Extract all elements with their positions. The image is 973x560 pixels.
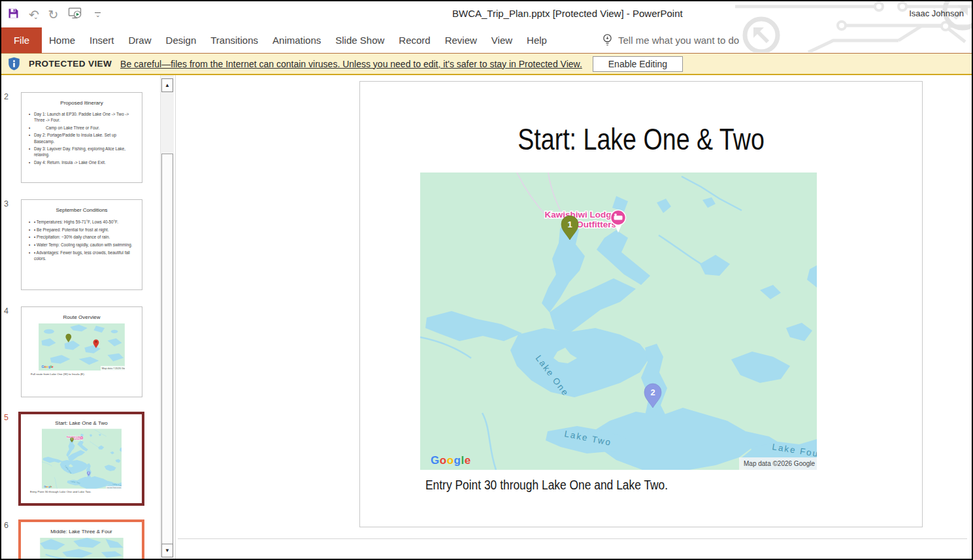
slide-thumbnail-panel: 2 Proposed Itinerary Day 1: Launch at EP… xyxy=(1,75,160,559)
tab-review[interactable]: Review xyxy=(438,27,484,53)
tab-animations[interactable]: Animations xyxy=(265,27,328,53)
slide-thumbnail-3[interactable]: September Conditions • Temperatures: Hig… xyxy=(21,199,142,290)
scroll-down-icon: ▼ xyxy=(165,548,170,553)
svg-text:2: 2 xyxy=(650,387,655,397)
thumbnail-number-2: 2 xyxy=(4,92,18,101)
slide-map-image: Lake One Lake Two Lake Four Kawishiwi Lo… xyxy=(420,173,817,470)
account-name[interactable]: Isaac Johnson xyxy=(909,8,964,18)
thumbnail-title: Route Overview xyxy=(22,314,142,320)
thumbnail-bullet: • Water Temp: Cooling rapidly, caution w… xyxy=(29,242,135,248)
thumbnail-number-3: 3 xyxy=(4,199,18,208)
slideshow-icon xyxy=(68,7,82,20)
enable-editing-button[interactable]: Enable Editing xyxy=(593,56,683,72)
route-overview-map: Google Map data ©2026 Google xyxy=(39,323,125,371)
quick-access-toolbar: ↶ ⌄ ↻ ⌄ xyxy=(8,5,101,24)
save-icon xyxy=(8,8,19,19)
map-attribution: Map data ©2026 Google xyxy=(102,367,125,370)
scroll-up-icon: ▲ xyxy=(165,82,170,88)
thumbnail-caption: Full route from Lake One (W) to Insula (… xyxy=(31,372,142,376)
scroll-up-button[interactable]: ▲ xyxy=(161,78,173,92)
svg-text:Kawishiwi Lodge: Kawishiwi Lodge xyxy=(544,210,616,220)
thumbnail-bullet: • Advantages: Fewer bugs, less crowds, b… xyxy=(29,250,135,261)
svg-text:1: 1 xyxy=(567,220,572,229)
window-title: BWCA_Trip_Plan.pptx [Protected View] - P… xyxy=(452,8,683,19)
thumbnail-map xyxy=(42,429,122,489)
title-bar: ↶ ⌄ ↻ ⌄ BWCA_Trip_Plan.pptx [Protected V… xyxy=(1,1,972,27)
redo-button[interactable]: ↻ xyxy=(48,8,58,21)
main-content: 2 Proposed Itinerary Day 1: Launch at EP… xyxy=(1,75,972,559)
thumbnail-bullet: Day 2: Portage/Paddle to Insula Lake. Se… xyxy=(29,132,135,144)
thumbnail-scrollbar[interactable]: ▲ ▼ xyxy=(160,75,174,559)
thumbnail-bullet: • Be Prepared: Potential for frost at ni… xyxy=(29,227,135,233)
lightbulb-icon xyxy=(602,33,612,48)
start-slideshow-button[interactable] xyxy=(68,7,82,22)
thumbnail-number-5: 5 xyxy=(4,413,18,422)
thumbnail-number-6: 6 xyxy=(4,521,18,530)
protected-view-banner: PROTECTED VIEW Be careful—files from the… xyxy=(1,53,972,75)
notes-pane-divider[interactable] xyxy=(178,538,967,539)
map-attribution: Map data ©2026 Google xyxy=(744,460,816,467)
powerpoint-window: ↶ ⌄ ↻ ⌄ BWCA_Trip_Plan.pptx [Protected V… xyxy=(0,0,973,560)
slide-title: Start: Lake One & Two xyxy=(416,121,866,157)
thumbnail-title: Start: Lake One & Two xyxy=(21,420,142,426)
slide-thumbnail-4[interactable]: Route Overview xyxy=(21,306,142,397)
thumbnail-bullet: • Precipitation: ~30% daily chance of ra… xyxy=(29,234,135,240)
tab-transitions[interactable]: Transitions xyxy=(203,27,265,53)
slide-caption: Entry Point 30 through Lake One and Lake… xyxy=(425,478,668,493)
thumbnail-caption: Entry Point 30 through Lake One and Lake… xyxy=(30,490,142,493)
tab-draw[interactable]: Draw xyxy=(122,27,159,53)
scrollbar-thumb[interactable] xyxy=(161,154,173,544)
tab-design[interactable]: Design xyxy=(159,27,204,53)
thumbnail-number-4: 4 xyxy=(4,306,18,316)
save-button[interactable] xyxy=(8,8,19,22)
tab-home[interactable]: Home xyxy=(42,27,82,53)
google-logo: Google xyxy=(431,454,471,467)
tab-view[interactable]: View xyxy=(484,27,519,53)
thumbnail-title: Proposed Itinerary xyxy=(22,100,142,106)
tell-me-button[interactable]: Tell me what you want to do xyxy=(602,27,739,53)
thumbnail-bullet: • Temperatures: Highs 59-71°F, Lows 40-5… xyxy=(29,219,135,225)
tab-insert[interactable]: Insert xyxy=(82,27,122,53)
slide-thumbnail-5-selected[interactable]: Start: Lake One & Two Entry Point 30 thr… xyxy=(18,412,144,506)
shield-info-icon xyxy=(8,57,20,71)
google-logo: Google xyxy=(42,365,54,369)
protected-view-message-link[interactable]: Be careful—files from the Internet can c… xyxy=(120,59,582,69)
undo-dropdown-chevron[interactable]: ⌄ xyxy=(33,14,39,20)
thumbnail-bullet: Day 3: Layover Day. Fishing, exploring A… xyxy=(29,146,135,157)
slide-thumbnail-2[interactable]: Proposed Itinerary Day 1: Launch at EP30… xyxy=(21,92,142,183)
thumbnail-bullet: Day 1: Launch at EP30. Paddle Lake One -… xyxy=(29,111,135,123)
tab-slide-show[interactable]: Slide Show xyxy=(328,27,391,53)
thumbnail-bullet: Day 4: Return. Insula -> Lake One Exit. xyxy=(29,159,135,165)
qat-customize-button[interactable]: ⌄ xyxy=(95,12,101,17)
ribbon-tab-row: File Home Insert Draw Design Transitions… xyxy=(1,27,972,53)
slide-editor: Start: Lake One & Two xyxy=(176,75,972,559)
tab-help[interactable]: Help xyxy=(519,27,554,53)
scroll-down-button[interactable]: ▼ xyxy=(161,544,173,557)
thumbnail-bullet: Camp on Lake Three or Four. xyxy=(29,125,135,131)
protected-view-label: PROTECTED VIEW xyxy=(29,59,112,69)
thumbnail-title: September Conditions xyxy=(22,207,142,213)
tab-file[interactable]: File xyxy=(1,27,42,53)
slide-canvas[interactable]: Start: Lake One & Two xyxy=(359,81,923,527)
tab-record[interactable]: Record xyxy=(391,27,437,53)
slide-thumbnail-6[interactable]: Middle: Lake Three & Four xyxy=(18,519,144,559)
thumbnail-map xyxy=(40,538,124,559)
thumbnail-title: Middle: Lake Three & Four xyxy=(21,529,142,535)
